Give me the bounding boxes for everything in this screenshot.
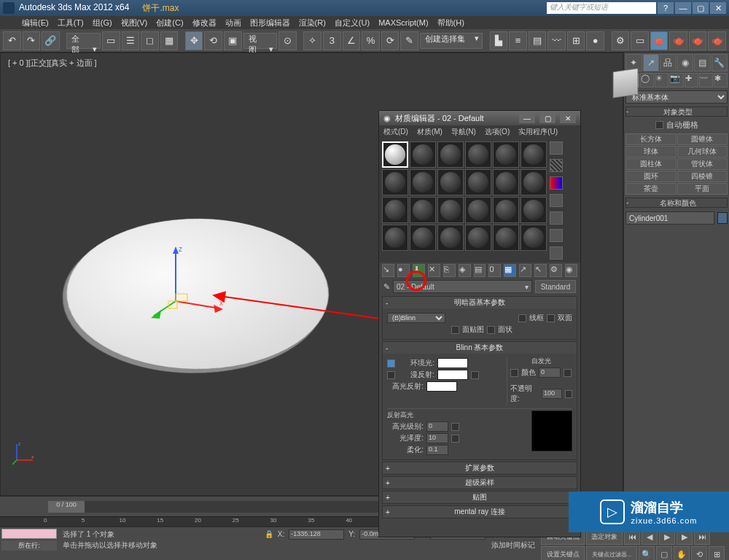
- two-sided-checkbox[interactable]: [547, 314, 555, 322]
- shader-combo[interactable]: (B)Blinn: [387, 313, 445, 323]
- mat-menu-util[interactable]: 实用程序(U): [518, 127, 558, 137]
- systems-icon[interactable]: ✱: [714, 73, 728, 88]
- menu-help[interactable]: 帮助(H): [437, 18, 464, 28]
- menu-maxscript[interactable]: MAXScript(M): [378, 18, 428, 27]
- minimize-button[interactable]: —: [675, 2, 691, 14]
- rollout-blinn-params[interactable]: -Blinn 基本参数: [383, 342, 577, 354]
- mat-maximize[interactable]: ▢: [539, 113, 555, 123]
- options-button[interactable]: [550, 246, 563, 260]
- schematic-button[interactable]: ⊞: [567, 31, 585, 50]
- primitive-3[interactable]: 几何球体: [677, 146, 728, 158]
- menu-group[interactable]: 组(G): [93, 18, 112, 28]
- material-slot-13[interactable]: [410, 197, 436, 223]
- wire-checkbox[interactable]: [518, 314, 526, 322]
- material-slot-21[interactable]: [465, 225, 491, 251]
- keyfilter-button[interactable]: 关键点过滤器...: [586, 546, 637, 560]
- material-slot-14[interactable]: [437, 197, 464, 223]
- background-button[interactable]: [550, 176, 563, 190]
- menu-modifiers[interactable]: 修改器: [192, 18, 217, 28]
- select-button[interactable]: ▭: [102, 31, 120, 50]
- get-material-button[interactable]: ↘: [382, 264, 394, 277]
- gloss-spinner[interactable]: 10: [426, 433, 448, 443]
- rollout-maps[interactable]: +贴图: [383, 491, 577, 503]
- zoom-all-button[interactable]: ▢: [656, 546, 672, 560]
- material-slot-0[interactable]: [382, 141, 408, 168]
- show-end-button[interactable]: ↗: [519, 264, 531, 277]
- material-slot-19[interactable]: [410, 225, 436, 251]
- render-button[interactable]: 🫖: [650, 31, 668, 50]
- manip-button[interactable]: ✧: [303, 31, 321, 50]
- maximize-button[interactable]: ▢: [693, 2, 709, 14]
- lock-icon[interactable]: 🔒: [265, 530, 273, 538]
- put-to-lib-button[interactable]: ▤: [474, 264, 486, 277]
- pick-button[interactable]: ◉: [565, 264, 577, 277]
- primitive-0[interactable]: 长方体: [625, 133, 677, 145]
- soften-spinner[interactable]: 0.1: [426, 445, 448, 455]
- material-slot-3[interactable]: [465, 141, 491, 168]
- material-slot-18[interactable]: [382, 225, 408, 251]
- primitive-9[interactable]: 平面: [677, 183, 728, 195]
- render-iter-button[interactable]: 🫖: [689, 31, 707, 50]
- setkey-button[interactable]: 设置关键点: [541, 546, 585, 560]
- named-sel-combo[interactable]: 创建选择集: [420, 33, 483, 49]
- spinner-snap-button[interactable]: ⟳: [381, 31, 399, 50]
- rollout-object-type[interactable]: -对象类型: [625, 106, 728, 117]
- sample-type-button[interactable]: [550, 141, 563, 155]
- video-check-button[interactable]: [550, 211, 563, 225]
- material-slot-4[interactable]: [493, 141, 519, 168]
- help-search[interactable]: 键入关键字或短语: [547, 2, 656, 14]
- ref-coord-combo[interactable]: 视图: [243, 33, 278, 49]
- undo-button[interactable]: ↶: [3, 31, 21, 50]
- viewport[interactable]: [ + 0 ][正交][真实 + 边面 ] z x z x ◉ 材质编辑器 - …: [0, 52, 623, 496]
- percent-snap-button[interactable]: %: [362, 31, 380, 50]
- select-region-button[interactable]: ◻: [141, 31, 159, 50]
- object-name-input[interactable]: [625, 211, 714, 225]
- viewport-label[interactable]: [ + 0 ][正交][真实 + 边面 ]: [8, 58, 97, 69]
- material-editor-title[interactable]: ◉ 材质编辑器 - 02 - Default — ▢ ✕: [379, 111, 580, 125]
- material-slot-2[interactable]: [437, 141, 464, 168]
- rollout-extended[interactable]: +扩展参数: [383, 462, 577, 474]
- pick-from-obj-icon[interactable]: ✎: [383, 282, 390, 292]
- material-slot-5[interactable]: [521, 141, 547, 168]
- specular-swatch[interactable]: [426, 381, 457, 392]
- mat-menu-nav[interactable]: 导航(N): [451, 127, 476, 137]
- autogrid-checkbox[interactable]: [655, 121, 663, 129]
- go-forward-button[interactable]: ⚙: [550, 264, 562, 277]
- make-unique-button[interactable]: ◈: [459, 264, 471, 277]
- move-button[interactable]: ✥: [185, 31, 203, 50]
- material-slot-16[interactable]: [493, 197, 519, 223]
- reset-button[interactable]: ✕: [428, 264, 440, 277]
- object-color-swatch[interactable]: [717, 212, 728, 224]
- menu-rendering[interactable]: 渲染(R): [299, 18, 326, 28]
- spec-level-map[interactable]: [451, 423, 459, 431]
- show-map-button[interactable]: ▦: [504, 264, 516, 277]
- cylinder-object[interactable]: [66, 163, 329, 425]
- diffuse-swatch[interactable]: [437, 370, 468, 380]
- rollout-shader-params[interactable]: -明暗器基本参数: [383, 297, 577, 308]
- facemap-checkbox[interactable]: [451, 326, 459, 334]
- rollout-mentalray[interactable]: +mental ray 连接: [383, 506, 577, 518]
- orbit-button[interactable]: ⟲: [691, 546, 707, 560]
- zoom-button[interactable]: 🔍: [639, 546, 655, 560]
- time-slider-thumb[interactable]: 0 / 100: [48, 501, 85, 513]
- primitive-1[interactable]: 圆锥体: [677, 133, 728, 145]
- diffuse-map-button[interactable]: [471, 371, 479, 379]
- spec-level-spinner[interactable]: 0: [426, 421, 448, 432]
- render-active-button[interactable]: 🫖: [708, 31, 726, 50]
- lights-icon[interactable]: ☀: [655, 73, 668, 88]
- selfillum-map[interactable]: [564, 369, 572, 377]
- material-slot-10[interactable]: [493, 169, 519, 195]
- mat-menu-mode[interactable]: 模式(D): [383, 127, 408, 137]
- primitive-5[interactable]: 管状体: [677, 158, 728, 170]
- viewcube[interactable]: [605, 66, 646, 107]
- help-dropdown[interactable]: ?: [658, 2, 674, 14]
- window-crossing-button[interactable]: ▦: [160, 31, 179, 50]
- selection-filter[interactable]: 全部: [66, 33, 101, 49]
- tab-utilities[interactable]: 🔧: [712, 54, 728, 71]
- mat-menu-material[interactable]: 材质(M): [417, 127, 443, 137]
- menu-create[interactable]: 创建(C): [156, 18, 183, 28]
- x-coord[interactable]: -1335.128: [289, 529, 344, 540]
- rollout-name-color[interactable]: -名称和颜色: [625, 198, 728, 208]
- tab-display[interactable]: ▤: [694, 54, 711, 71]
- pan-button[interactable]: ✋: [674, 546, 690, 560]
